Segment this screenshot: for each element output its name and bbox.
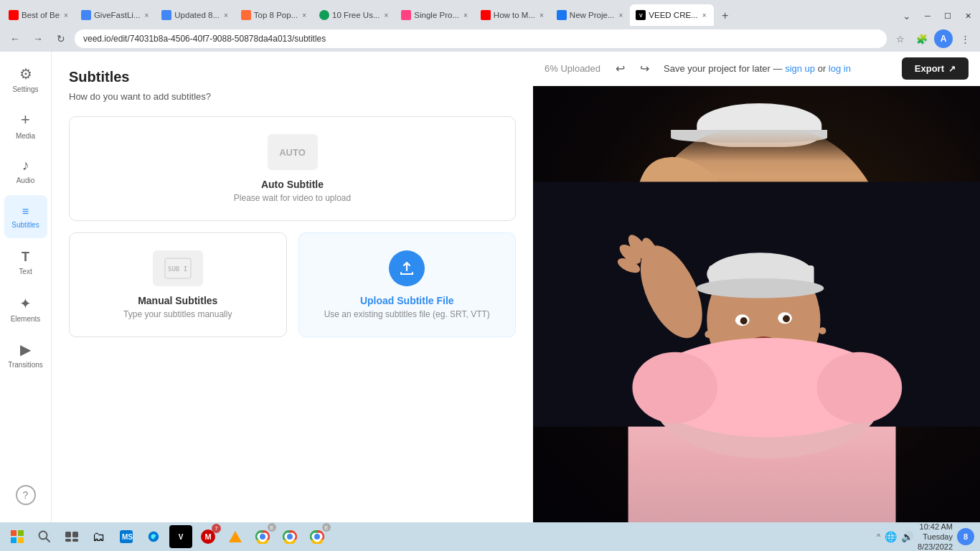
close-button[interactable]: ✕ — [958, 6, 977, 25]
taskbar-app-veed[interactable]: V — [169, 525, 192, 548]
tab-close[interactable]: × — [383, 11, 390, 20]
maximize-button[interactable]: ☐ — [938, 6, 957, 25]
menu-button[interactable]: ⋮ — [956, 29, 974, 48]
taskbar-taskview[interactable] — [60, 525, 83, 548]
badge: 7 — [212, 524, 221, 533]
sidebar-item-media[interactable]: + Media — [4, 103, 47, 146]
profile-button[interactable]: A — [934, 29, 953, 48]
svg-point-12 — [783, 315, 790, 322]
taskbar-antivirus[interactable]: M 7 — [197, 525, 220, 548]
tab-label: 10 Free Us... — [332, 11, 380, 19]
tray-volume[interactable]: 🔊 — [901, 531, 913, 542]
svg-text:SUB I: SUB I — [168, 265, 187, 273]
taskbar-clock[interactable]: 10:42 AM Tuesday 8/23/2022 — [918, 522, 953, 551]
upload-subtitle-card[interactable]: Upload Subtitle File Use an existing sub… — [298, 232, 517, 337]
tab-label: VEED CRE... — [649, 11, 697, 19]
svg-rect-24 — [11, 530, 17, 536]
taskbar-chrome-1[interactable]: E — [251, 525, 274, 548]
notification-center[interactable]: 8 — [957, 528, 974, 545]
tab-close[interactable]: × — [617, 11, 624, 20]
manual-subtitle-card[interactable]: SUB I Manual Subtitles Type your subtitl… — [69, 232, 287, 337]
address-bar[interactable]: veed.io/edit/74031b8a-4506-40f7-9088-508… — [75, 29, 887, 48]
auto-icon: AUTO — [268, 134, 318, 170]
sidebar-label-transitions: Transitions — [8, 361, 43, 369]
minimize-button[interactable]: ─ — [918, 6, 937, 25]
tab-close[interactable]: × — [462, 11, 469, 20]
tab-close[interactable]: × — [143, 11, 150, 20]
taskbar-vlc[interactable] — [224, 525, 247, 548]
taskbar-chrome-2[interactable] — [278, 525, 301, 548]
panel-subtitle: How do you want to add subtitles? — [69, 91, 516, 102]
export-button[interactable]: Export ↗ — [902, 57, 969, 80]
subtitles-panel: Subtitles How do you want to add subtitl… — [52, 52, 533, 522]
svg-rect-31 — [72, 532, 78, 537]
start-button[interactable] — [6, 525, 29, 548]
tab-bestofbe[interactable]: Best of Be × — [3, 4, 75, 26]
tab-close[interactable]: × — [701, 11, 708, 20]
browser-actions: ☆ 🧩 A ⋮ — [891, 29, 974, 48]
tab-favicon-yt — [9, 10, 19, 20]
auto-subtitle-card[interactable]: AUTO Auto Subtitle Please wait for video… — [69, 116, 516, 221]
undo-redo-controls: ↩ ↪ — [609, 58, 655, 80]
back-button[interactable]: ← — [6, 29, 24, 48]
taskbar-file-explorer[interactable]: 🗂 — [88, 525, 110, 548]
show-hidden-icons[interactable]: ^ — [877, 532, 880, 541]
video-svg — [533, 86, 980, 522]
tab-bar: Best of Be × GiveFastLi... × Updated 8..… — [0, 0, 980, 26]
auto-card-desc: Please wait for video to upload — [234, 193, 351, 203]
tab-updated[interactable]: Updated 8... × — [156, 4, 235, 26]
bookmark-button[interactable]: ☆ — [891, 29, 910, 48]
audio-icon: ♪ — [22, 157, 29, 174]
tab-label: Best of Be — [22, 11, 60, 19]
taskbar-store[interactable]: MS — [115, 525, 138, 548]
tab-10freeus[interactable]: 10 Free Us... × — [314, 4, 395, 26]
tab-givefast[interactable]: GiveFastLi... × — [75, 4, 156, 26]
tab-label: Updated 8... — [174, 11, 220, 19]
tab-newproj[interactable]: New Proje... × — [551, 4, 630, 26]
tab-veedcre[interactable]: V VEED CRE... × — [630, 4, 713, 26]
svg-point-11 — [740, 317, 748, 324]
tray-network[interactable]: 🌐 — [885, 531, 897, 542]
address-bar-row: ← → ↻ veed.io/edit/74031b8a-4506-40f7-90… — [0, 26, 980, 52]
tab-close[interactable]: × — [222, 11, 230, 20]
system-tray: ^ 🌐 🔊 10:42 AM Tuesday 8/23/2022 8 — [877, 522, 974, 551]
log-in-link[interactable]: log in — [829, 63, 851, 74]
sidebar-item-elements[interactable]: ✦ Elements — [4, 287, 47, 330]
sidebar-label-media: Media — [16, 132, 35, 140]
sidebar-item-settings[interactable]: ⚙ Settings — [4, 57, 47, 100]
sidebar-item-text[interactable]: T Text — [4, 241, 47, 284]
sidebar-item-transitions[interactable]: ▶ Transitions — [4, 333, 47, 376]
redo-button[interactable]: ↪ — [633, 58, 655, 80]
sign-up-link[interactable]: sign up — [785, 63, 815, 74]
elements-icon: ✦ — [19, 295, 32, 312]
taskbar-chrome-3[interactable]: E — [306, 525, 329, 548]
manual-card-desc: Type your subtitles manually — [123, 309, 232, 319]
export-label: Export — [915, 63, 944, 74]
tab-close[interactable]: × — [62, 11, 70, 20]
refresh-button[interactable]: ↻ — [52, 29, 70, 48]
tab-close[interactable]: × — [538, 11, 545, 20]
tab-list-button[interactable]: ⌄ — [897, 6, 917, 26]
save-text: Save your project for later — sign up or… — [664, 63, 893, 74]
tab-howtom[interactable]: How to M... × — [475, 4, 551, 26]
address-text: veed.io/edit/74031b8a-4506-40f7-9088-508… — [83, 34, 878, 44]
tab-singlepro[interactable]: Single Pro... × — [395, 4, 475, 26]
sidebar: ⚙ Settings + Media ♪ Audio ≡ Subtitles T… — [0, 52, 52, 522]
manual-card-title: Manual Subtitles — [138, 295, 217, 306]
tab-close[interactable]: × — [301, 11, 308, 20]
extensions-button[interactable]: 🧩 — [913, 29, 931, 48]
taskbar-edge[interactable] — [142, 525, 165, 548]
sidebar-item-help[interactable]: ? — [4, 474, 47, 517]
new-tab-button[interactable]: + — [715, 6, 735, 26]
svg-point-20 — [632, 352, 717, 423]
forward-button[interactable]: → — [29, 29, 47, 48]
undo-button[interactable]: ↩ — [609, 58, 631, 80]
upload-progress: 6% Uploaded — [545, 63, 600, 74]
tab-label: Top 8 Pop... — [254, 11, 298, 19]
taskbar-search-button[interactable] — [33, 525, 56, 548]
media-icon: + — [21, 110, 30, 129]
sidebar-item-audio[interactable]: ♪ Audio — [4, 149, 47, 192]
sidebar-label-elements: Elements — [11, 315, 41, 323]
tab-top8pop[interactable]: Top 8 Pop... × — [235, 4, 314, 26]
sidebar-item-subtitles[interactable]: ≡ Subtitles — [4, 195, 47, 238]
